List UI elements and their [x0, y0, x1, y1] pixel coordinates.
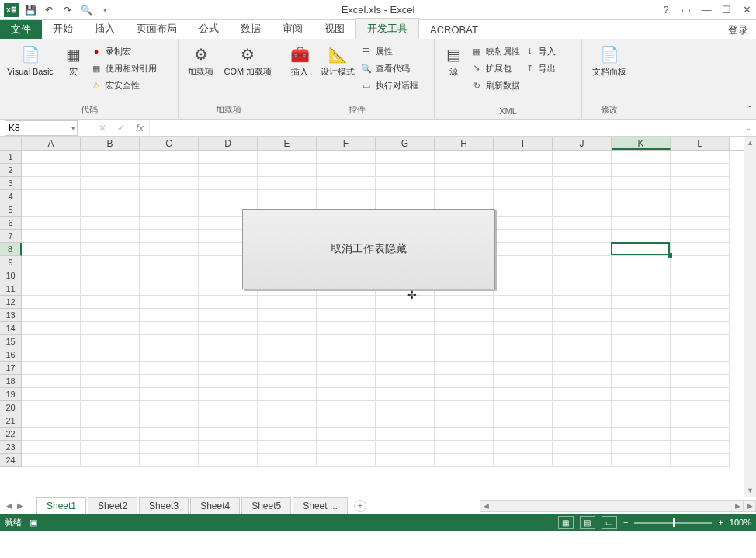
- sheet-tab[interactable]: Sheet5: [241, 497, 291, 515]
- cell[interactable]: [317, 375, 376, 388]
- cell[interactable]: [140, 335, 199, 348]
- cell[interactable]: [435, 164, 494, 177]
- tab-insert[interactable]: 插入: [84, 19, 126, 39]
- horizontal-scrollbar[interactable]: ◀ ▶: [480, 500, 744, 512]
- cell[interactable]: [435, 362, 494, 375]
- cell[interactable]: [494, 309, 553, 322]
- cell[interactable]: [317, 151, 376, 164]
- cell[interactable]: [612, 375, 671, 388]
- cell[interactable]: [140, 177, 199, 190]
- cell[interactable]: [553, 335, 612, 348]
- tab-acrobat[interactable]: ACROBAT: [419, 21, 489, 39]
- cell[interactable]: [22, 243, 81, 256]
- row-header[interactable]: 4: [0, 190, 22, 203]
- row-header[interactable]: 16: [0, 348, 22, 362]
- formula-input[interactable]: [149, 120, 756, 136]
- view-code-button[interactable]: 🔍查看代码: [360, 61, 418, 76]
- macro-recorder-icon[interactable]: ▣: [29, 518, 37, 528]
- cell[interactable]: [376, 322, 435, 335]
- cell[interactable]: [258, 441, 317, 454]
- row-header[interactable]: 17: [0, 362, 22, 375]
- cell[interactable]: [671, 217, 730, 230]
- fx-icon[interactable]: fx: [130, 123, 149, 133]
- cell[interactable]: [317, 190, 376, 203]
- cell[interactable]: [22, 441, 81, 454]
- cell[interactable]: [258, 362, 317, 375]
- com-addins-button[interactable]: ⚙ COM 加载项: [222, 43, 274, 77]
- column-header[interactable]: B: [81, 137, 140, 150]
- cell[interactable]: [81, 428, 140, 441]
- cell[interactable]: [81, 335, 140, 348]
- cell[interactable]: [553, 164, 612, 177]
- cell[interactable]: [612, 362, 671, 375]
- row-header[interactable]: 9: [0, 256, 22, 269]
- cell[interactable]: [376, 441, 435, 454]
- cell[interactable]: [140, 309, 199, 322]
- cell[interactable]: [22, 217, 81, 230]
- cell[interactable]: [22, 164, 81, 177]
- cell[interactable]: [494, 388, 553, 401]
- cell[interactable]: [494, 375, 553, 388]
- cell[interactable]: [81, 203, 140, 217]
- cell[interactable]: [494, 414, 553, 428]
- row-header[interactable]: 14: [0, 322, 22, 335]
- cell[interactable]: [435, 428, 494, 441]
- cell[interactable]: [81, 282, 140, 296]
- cell[interactable]: [81, 348, 140, 362]
- cell[interactable]: [258, 164, 317, 177]
- cell[interactable]: [671, 269, 730, 282]
- cell[interactable]: [553, 282, 612, 296]
- cell[interactable]: [22, 401, 81, 414]
- cell[interactable]: [317, 348, 376, 362]
- cell[interactable]: [199, 388, 258, 401]
- row-header[interactable]: 10: [0, 269, 22, 282]
- sheet-tab[interactable]: Sheet4: [190, 497, 240, 515]
- cell[interactable]: [376, 177, 435, 190]
- expand-formula-bar-icon[interactable]: ⌄: [745, 123, 751, 132]
- cell[interactable]: [553, 388, 612, 401]
- save-icon[interactable]: 💾: [22, 2, 39, 19]
- cell[interactable]: [258, 414, 317, 428]
- cell[interactable]: [671, 296, 730, 309]
- file-tab[interactable]: 文件: [0, 20, 42, 39]
- cell[interactable]: [553, 441, 612, 454]
- cell[interactable]: [140, 322, 199, 335]
- cell[interactable]: [435, 388, 494, 401]
- cell[interactable]: [612, 164, 671, 177]
- column-header[interactable]: C: [140, 137, 199, 150]
- document-panel-button[interactable]: 📄 文档面板: [587, 43, 632, 77]
- enter-formula-icon[interactable]: ✓: [112, 123, 130, 133]
- cell[interactable]: [671, 375, 730, 388]
- cell[interactable]: [435, 322, 494, 335]
- cell[interactable]: [376, 362, 435, 375]
- cell[interactable]: [671, 362, 730, 375]
- minimize-icon[interactable]: —: [700, 4, 713, 16]
- cell[interactable]: [258, 454, 317, 467]
- cell[interactable]: [435, 441, 494, 454]
- cell[interactable]: [376, 428, 435, 441]
- cell[interactable]: [376, 414, 435, 428]
- cell[interactable]: [671, 230, 730, 243]
- cell[interactable]: [494, 256, 553, 269]
- ribbon-options-icon[interactable]: ▭: [680, 4, 692, 16]
- cell[interactable]: [317, 362, 376, 375]
- cell[interactable]: [317, 441, 376, 454]
- cell[interactable]: [199, 151, 258, 164]
- print-preview-icon[interactable]: 🔍: [78, 2, 95, 19]
- cell[interactable]: [317, 296, 376, 309]
- refresh-data-button[interactable]: ↻刷新数据: [470, 78, 520, 93]
- cell[interactable]: [140, 190, 199, 203]
- row-header[interactable]: 6: [0, 217, 22, 230]
- cell[interactable]: [612, 256, 671, 269]
- row-header[interactable]: 1: [0, 151, 22, 164]
- scroll-left-icon[interactable]: ◀: [480, 502, 491, 510]
- cell[interactable]: [22, 362, 81, 375]
- cell[interactable]: [494, 151, 553, 164]
- properties-button[interactable]: ☰属性: [360, 43, 418, 59]
- cell[interactable]: [671, 348, 730, 362]
- cell[interactable]: [553, 362, 612, 375]
- cell[interactable]: [435, 348, 494, 362]
- cell[interactable]: [612, 177, 671, 190]
- cell[interactable]: [494, 164, 553, 177]
- row-header[interactable]: 23: [0, 441, 22, 454]
